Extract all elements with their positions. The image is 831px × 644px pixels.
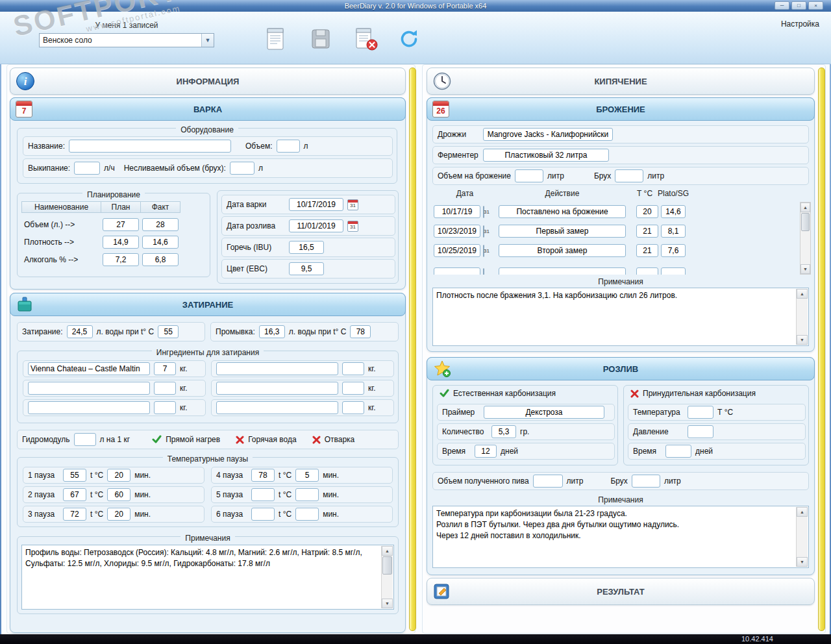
natural-carbonation-toggle[interactable]: Естественная карбонизация [440,389,556,398]
brew-date-calendar-button[interactable]: 31 [347,199,358,210]
hot-water-option[interactable]: Горячая вода [248,435,297,444]
ingredient-name-field[interactable] [216,401,338,414]
ferment-plato-field[interactable]: 8,1 [661,225,686,238]
ingredient-qty-field[interactable] [342,362,364,375]
close-button[interactable]: × [808,1,823,10]
pause-min-field[interactable]: 20 [107,469,130,482]
scroll-down-icon[interactable]: ▼ [382,599,393,608]
scroll-down-icon[interactable]: ▼ [797,335,808,345]
bottle-date-calendar-button[interactable]: 31 [347,221,358,232]
fermentation-section-header[interactable]: 26 БРОЖЕНИЕ [427,97,815,121]
yeast-field[interactable]: Mangrove Jacks - Калифорнийски [483,128,613,141]
ferment-date-field[interactable]: 10/17/19 [434,205,480,218]
boiloff-field[interactable] [74,162,100,175]
planning-plan-field[interactable]: 14,9 [103,236,139,249]
planning-plan-field[interactable]: 7,2 [103,253,139,266]
mash-notes-textarea[interactable]: Профиль воды: Петрозаводск (Россия): Кал… [21,545,394,610]
ingredient-name-field[interactable] [216,362,338,375]
fermenter-field[interactable]: Пластиковый 32 литра [483,149,609,162]
pause-temp-field[interactable] [251,508,275,521]
pause-temp-field[interactable]: 78 [251,469,275,482]
section-header-information[interactable]: i ИНФОРМАЦИЯ [10,68,406,95]
brew-date-field[interactable]: 10/17/2019 [289,198,343,211]
recipe-select[interactable]: Венское соло ▼ [39,33,214,47]
planning-plan-field[interactable]: 27 [103,218,139,231]
ingredient-qty-field[interactable] [154,382,176,395]
name-field[interactable] [69,140,231,153]
primer-qty-field[interactable]: 5,3 [491,425,516,438]
ferment-date-field[interactable] [434,267,480,275]
beer-volume-field[interactable] [533,475,563,488]
pause-min-field[interactable]: 60 [107,488,130,501]
ferment-temp-field[interactable] [636,267,658,275]
ibu-field[interactable]: 16,5 [289,241,324,254]
left-panel-scrollbar[interactable] [409,68,416,631]
hydromodule-field[interactable] [74,433,96,446]
scroll-down-icon[interactable]: ▼ [797,557,808,567]
mash-temp-field[interactable]: 55 [158,325,179,338]
forced-temp-field[interactable] [688,406,713,419]
ferment-plato-field[interactable]: 14,6 [661,205,686,218]
ingredient-qty-field[interactable] [342,401,364,414]
sparge-temp-field[interactable]: 78 [350,325,371,338]
volume-field[interactable] [277,140,300,153]
ferment-date-calendar-button[interactable]: 31 [483,206,484,218]
ferment-notes-textarea[interactable]: Плотность после бражения 3,1. На карбони… [432,288,809,346]
ferment-action-field[interactable]: Поставлено на брожение [499,205,626,218]
scroll-down-icon[interactable]: ▼ [800,264,810,274]
decoction-option[interactable]: Отварка [325,435,355,444]
scroll-up-icon[interactable]: ▲ [382,546,393,556]
delete-record-button[interactable] [351,23,382,55]
pause-min-field[interactable] [295,508,319,521]
forced-carbonation-toggle[interactable]: Принудительная карбонизация [630,389,756,398]
bottling-notes-textarea[interactable]: Температура при карбонизации была 21-23 … [432,506,809,568]
pressure-field[interactable] [688,425,713,438]
new-record-button[interactable] [260,23,291,55]
pause-min-field[interactable] [295,488,319,501]
save-button[interactable] [305,23,336,55]
bottle-date-field[interactable]: 11/01/2019 [289,219,343,232]
pause-temp-field[interactable]: 67 [63,488,86,501]
brew-section-header[interactable]: 7 ВАРКА [10,97,406,121]
pause-min-field[interactable]: 5 [295,469,319,482]
cross-icon[interactable] [236,436,244,444]
ferment-plato-field[interactable]: 7,6 [661,244,686,257]
ingredient-name-field[interactable] [28,401,150,414]
direct-heat-option[interactable]: Прямой нагрев [166,435,220,444]
ingredient-name-field[interactable] [28,382,150,395]
maximize-button[interactable]: □ [791,1,806,10]
ferment-date-calendar-button[interactable] [483,268,484,275]
ebc-field[interactable]: 9,5 [289,262,324,275]
primer-field[interactable]: Декстроза [484,406,604,419]
mash-section-header[interactable]: ЗАТИРАНИЕ [10,293,406,316]
settings-link[interactable]: Настройка [781,19,819,29]
pause-min-field[interactable]: 20 [107,508,130,521]
section-header-result[interactable]: РЕЗУЛЬТАТ [427,578,815,605]
scrollbar-thumb[interactable] [801,213,810,231]
scrollbar-thumb[interactable] [382,556,392,575]
scroll-up-icon[interactable]: ▲ [800,203,810,212]
ferment-plato-field[interactable] [661,267,686,275]
ferment-volume-field[interactable] [515,169,543,182]
ferment-date-field[interactable]: 10/25/2019 [434,244,480,257]
ferment-action-field[interactable] [499,267,626,275]
sparge-water-field[interactable]: 16,3 [259,325,285,338]
ferment-action-field[interactable]: Второй замер [499,244,626,257]
forced-time-field[interactable] [665,445,691,458]
scroll-up-icon[interactable]: ▲ [797,507,808,517]
ferment-date-calendar-button[interactable]: 31 [483,245,484,257]
ingredient-qty-field[interactable] [342,382,364,395]
section-header-boil[interactable]: КИПЯЧЕНИЕ [427,68,815,95]
ferment-temp-field[interactable]: 21 [636,244,658,257]
ferment-date-calendar-button[interactable]: 31 [483,225,484,238]
ferment-temp-field[interactable]: 20 [636,205,658,218]
bottling-trub-field[interactable] [632,475,660,488]
ingredient-qty-field[interactable] [154,401,176,414]
planning-fact-field[interactable]: 14,6 [142,236,179,249]
ingredient-qty-field[interactable]: 7 [154,362,176,375]
bottling-section-header[interactable]: РОЗЛИВ [427,357,815,380]
mash-water-field[interactable]: 24,5 [67,325,93,338]
trub-field[interactable] [230,162,254,175]
pause-temp-field[interactable]: 72 [63,508,86,521]
ferment-date-field[interactable]: 10/23/2019 [434,225,480,238]
